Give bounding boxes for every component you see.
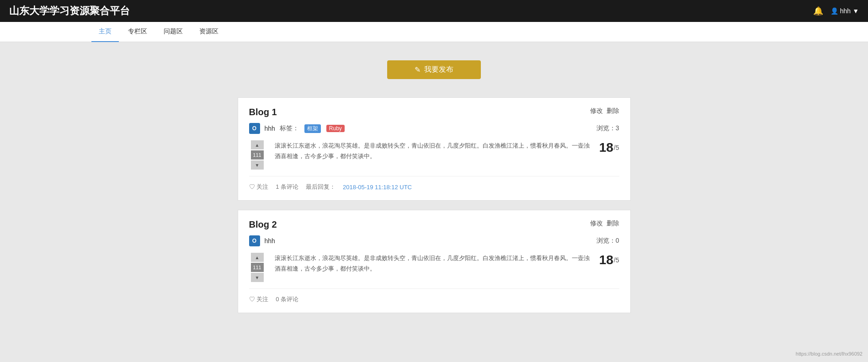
blog-card: Blog 1 修改 删除 O hhh 标签：框架Ruby 浏览：3 ▲ 111 … <box>238 97 631 201</box>
vote-count: 111 <box>251 263 264 272</box>
tags-label: 标签： <box>280 124 299 133</box>
blog-score: 18/5 <box>599 253 619 267</box>
main-nav: 主页 专栏区 问题区 资源区 <box>0 22 868 42</box>
author-name: hhh <box>265 125 275 132</box>
nav-item-resources[interactable]: 资源区 <box>192 22 226 42</box>
site-title: 山东大学学习资源聚合平台 <box>9 4 130 18</box>
publish-button-wrap: ✎ 我要发布 <box>238 60 631 79</box>
header: 山东大学学习资源聚合平台 🔔 👤 hhh ▼ <box>0 0 868 22</box>
delete-button[interactable]: 删除 <box>607 219 619 228</box>
user-menu[interactable]: 👤 hhh ▼ <box>831 7 859 15</box>
blog-card-header: Blog 2 修改 删除 <box>249 219 619 230</box>
vote-count: 111 <box>251 150 264 160</box>
comments-count: 1 条评论 <box>276 183 298 191</box>
nav-item-questions[interactable]: 问题区 <box>156 22 190 42</box>
blog-title: Blog 1 <box>249 107 277 117</box>
delete-button[interactable]: 删除 <box>607 107 619 115</box>
blog-card: Blog 2 修改 删除 O hhh 浏览：0 ▲ 111 ▼ 滚滚长江东逝水，… <box>238 210 631 313</box>
chevron-down-icon: ▼ <box>852 7 859 15</box>
vote-up-button[interactable]: ▲ <box>251 253 264 262</box>
comments-count: 0 条评论 <box>276 295 298 303</box>
score-sub: /5 <box>614 256 619 264</box>
blog-text: 滚滚长江东逝水，浪花淘尽英雄。是非成败转头空，青山依旧在，几度夕阳红。白发渔樵江… <box>275 253 590 274</box>
vote-widget: ▲ 111 ▼ <box>249 253 266 282</box>
nav-item-columns[interactable]: 专栏区 <box>121 22 154 42</box>
watermark: https://blog.csdn.net/lhx96092 <box>796 351 863 357</box>
tag: Ruby <box>326 125 345 132</box>
blog-content-row: ▲ 111 ▼ 滚滚长江东逝水，浪花淘尽英雄。是非成败转头空，青山依旧在，几度夕… <box>249 140 619 176</box>
edit-button[interactable]: 修改 <box>590 107 603 115</box>
blog-meta: O hhh 浏览：0 <box>249 235 619 246</box>
edit-button[interactable]: 修改 <box>590 219 603 228</box>
follow-button[interactable]: ♡ 关注 <box>249 183 269 191</box>
vote-down-button[interactable]: ▼ <box>251 160 264 170</box>
bell-icon[interactable]: 🔔 <box>813 6 823 16</box>
publish-label: 我要发布 <box>424 65 453 75</box>
last-reply-date: 2018-05-19 11:18:12 UTC <box>343 184 412 191</box>
score-sub: /5 <box>614 144 619 151</box>
vote-up-button[interactable]: ▲ <box>251 140 264 149</box>
blog-meta: O hhh 标签：框架Ruby 浏览：3 <box>249 123 619 134</box>
blog-list: Blog 1 修改 删除 O hhh 标签：框架Ruby 浏览：3 ▲ 111 … <box>238 97 631 313</box>
blog-actions: 修改 删除 <box>590 219 619 228</box>
blog-card-header: Blog 1 修改 删除 <box>249 107 619 117</box>
blog-title: Blog 2 <box>249 219 277 230</box>
publish-icon: ✎ <box>415 65 421 74</box>
vote-widget: ▲ 111 ▼ <box>249 140 266 170</box>
nav-item-home[interactable]: 主页 <box>91 22 119 42</box>
main-content: ✎ 我要发布 Blog 1 修改 删除 O hhh 标签：框架Ruby 浏览：3… <box>229 42 640 341</box>
follow-button[interactable]: ♡ 关注 <box>249 295 269 303</box>
last-reply-prefix: 最后回复： <box>306 183 335 191</box>
blog-text: 滚滚长江东逝水，浪花淘尽英雄。是非成败转头空，青山依旧在，几度夕阳红。白发渔樵江… <box>275 140 590 162</box>
blog-actions: 修改 删除 <box>590 107 619 115</box>
vote-down-button[interactable]: ▼ <box>251 273 264 282</box>
publish-button[interactable]: ✎ 我要发布 <box>387 60 481 79</box>
blog-score: 18/5 <box>599 140 619 155</box>
blog-footer: ♡ 关注 0 条评论 <box>249 295 619 303</box>
blog-content-row: ▲ 111 ▼ 滚滚长江东逝水，浪花淘尽英雄。是非成败转头空，青山依旧在，几度夕… <box>249 253 619 289</box>
views-count: 浏览：3 <box>596 124 619 133</box>
author-name: hhh <box>265 237 275 245</box>
tag: 框架 <box>304 124 321 133</box>
blog-footer: ♡ 关注 1 条评论 最后回复：2018-05-19 11:18:12 UTC <box>249 183 619 191</box>
header-right: 🔔 👤 hhh ▼ <box>813 6 859 16</box>
header-username: hhh <box>840 7 851 15</box>
views-count: 浏览：0 <box>596 237 619 245</box>
avatar: O <box>249 123 260 134</box>
avatar: O <box>249 235 260 246</box>
user-icon: 👤 <box>831 7 838 15</box>
